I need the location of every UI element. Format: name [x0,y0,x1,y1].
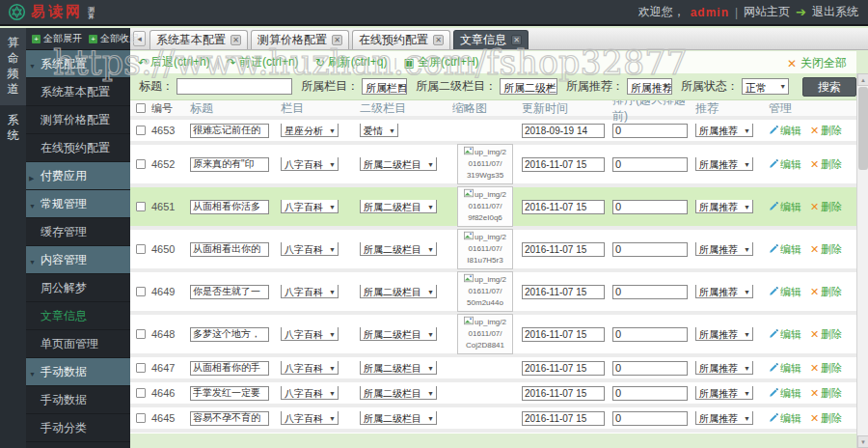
row-subcolumn-select[interactable]: 爱情▼ [360,124,398,137]
row-title-input[interactable] [190,285,269,299]
row-column-select[interactable]: 八字百科▼ [281,200,339,213]
sidebar-section-header[interactable]: ▼手动数据 [26,358,130,386]
delete-link[interactable]: ✕删除 [810,411,842,426]
delete-link[interactable]: ✕删除 [810,361,842,376]
toolbar-link[interactable]: ↶后退(ctrl+h) [138,54,210,70]
row-title-input[interactable] [190,327,269,342]
sidebar-section-header[interactable]: ▼常规管理 [26,190,130,218]
nav-tab[interactable]: 在线预约配置✕ [352,30,450,49]
sidebar-item[interactable]: 手动数据 [26,386,130,414]
scroll-down-icon[interactable]: ▼ [857,435,868,448]
row-updated-input[interactable] [522,200,605,214]
row-recommend-select[interactable]: 所属推荐▼ [695,285,753,298]
title-filter-input[interactable] [176,78,292,95]
row-title-input[interactable] [190,411,269,426]
row-sort-input[interactable] [612,285,688,299]
edit-link[interactable]: 编辑 [769,327,801,342]
row-recommend-select[interactable]: 所属推荐▼ [695,411,753,425]
sidebar-item[interactable]: 手动分类 [26,414,130,442]
row-recommend-select[interactable]: 所属推荐▼ [695,157,753,171]
nav-tab[interactable]: 测算价格配置✕ [251,30,349,49]
row-checkbox[interactable] [136,287,146,296]
row-subcolumn-select[interactable]: 所属二级栏目▼ [360,361,437,375]
edit-link[interactable]: 编辑 [769,285,801,299]
row-checkbox[interactable] [136,244,146,254]
edit-link[interactable]: 编辑 [769,157,801,172]
row-sort-input[interactable] [612,242,688,257]
row-checkbox[interactable] [136,159,146,169]
vertical-scrollbar[interactable]: ▲ ▼ [856,73,868,448]
row-title-input[interactable] [190,361,269,376]
delete-link[interactable]: ✕删除 [810,157,842,172]
row-subcolumn-select[interactable]: 所属二级栏目▼ [360,285,437,298]
logout-link[interactable]: 退出系统 [812,4,858,20]
search-button[interactable]: 搜索 [802,77,856,97]
row-sort-input[interactable] [612,411,688,426]
row-checkbox[interactable] [136,363,146,373]
row-subcolumn-select[interactable]: 所属二级栏目▼ [360,200,437,213]
channel-tab-1[interactable]: 算命频道 [0,28,26,105]
row-column-select[interactable]: 八字百科▼ [281,327,339,341]
channel-tab-2[interactable]: 系统 [0,105,26,152]
status-filter-select[interactable]: 正常▼ [742,78,790,95]
sidebar-item[interactable]: 系统基本配置 [26,78,130,106]
row-column-select[interactable]: 八字百科▼ [281,411,339,425]
row-checkbox[interactable] [136,329,146,339]
column-filter-select[interactable]: 所属栏目▼ [362,78,407,95]
row-title-input[interactable] [190,157,269,172]
tab-close-icon[interactable]: ✕ [511,35,522,45]
row-recommend-select[interactable]: 所属推荐▼ [695,386,753,400]
delete-link[interactable]: ✕删除 [810,124,842,138]
row-subcolumn-select[interactable]: 所属二级栏目▼ [360,411,437,425]
delete-link[interactable]: ✕删除 [810,242,842,257]
delete-link[interactable]: ✕删除 [810,327,842,342]
row-subcolumn-select[interactable]: 所属二级栏目▼ [360,157,437,171]
row-sort-input[interactable] [612,386,688,401]
delete-link[interactable]: ✕删除 [810,200,842,214]
row-checkbox[interactable] [136,388,146,398]
edit-link[interactable]: 编辑 [769,386,801,401]
row-updated-input[interactable] [522,285,605,299]
row-column-select[interactable]: 八字百科▼ [281,157,339,171]
sidebar-item[interactable]: 文章信息 [26,302,130,330]
sidebar-section-header[interactable]: ▼内容管理 [26,246,130,274]
edit-link[interactable]: 编辑 [769,124,801,138]
toolbar-link[interactable]: ▣全屏(ctrl+H) [404,54,479,70]
subcolumn-filter-select[interactable]: 所属二级栏目▼ [500,78,557,95]
recommend-filter-select[interactable]: 所属推荐▼ [627,78,672,95]
row-column-select[interactable]: 八字百科▼ [281,361,339,375]
row-sort-input[interactable] [612,200,688,214]
edit-link[interactable]: 编辑 [769,242,801,257]
tab-close-icon[interactable]: ✕ [433,35,444,45]
row-subcolumn-select[interactable]: 所属二级栏目▼ [360,242,437,256]
row-sort-input[interactable] [612,157,688,172]
home-link[interactable]: 网站主页 [744,4,790,20]
sidebar-section-header[interactable]: ▶付费应用 [26,162,130,190]
row-recommend-select[interactable]: 所属推荐▼ [695,124,753,137]
scrollbar-thumb[interactable] [858,87,868,170]
row-checkbox[interactable] [136,413,146,423]
row-title-input[interactable] [190,200,269,214]
row-updated-input[interactable] [522,242,605,257]
sidebar-section-header[interactable]: ▼系统配置 [26,50,130,78]
row-updated-input[interactable] [522,124,605,138]
delete-link[interactable]: ✕删除 [810,285,842,299]
row-sort-input[interactable] [612,327,688,342]
row-column-select[interactable]: 八字百科▼ [281,386,339,400]
row-column-select[interactable]: 八字百科▼ [281,285,339,298]
edit-link[interactable]: 编辑 [769,361,801,376]
sidebar-item[interactable]: 缓存管理 [26,218,130,246]
select-all-checkbox[interactable] [136,103,146,113]
row-title-input[interactable] [190,242,269,257]
nav-tab[interactable]: 系统基本配置✕ [149,30,248,49]
close-all-button[interactable]: ✕ 关闭全部 [787,55,847,71]
row-checkbox[interactable] [136,202,146,211]
row-subcolumn-select[interactable]: 所属二级栏目▼ [360,327,437,341]
sidebar-item[interactable]: 单页面管理 [26,330,130,358]
row-title-input[interactable] [190,124,269,138]
row-subcolumn-select[interactable]: 所属二级栏目▼ [360,386,437,400]
sidebar-item[interactable]: 测算价格配置 [26,106,130,134]
scroll-up-icon[interactable]: ▲ [857,73,868,86]
row-sort-input[interactable] [612,124,688,138]
row-updated-input[interactable] [522,411,605,426]
